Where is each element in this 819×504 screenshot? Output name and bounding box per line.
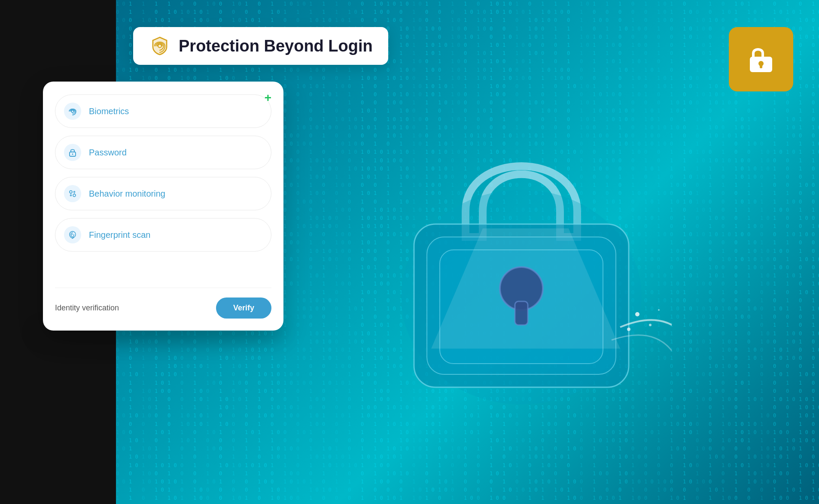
- verify-button[interactable]: Verify: [216, 298, 271, 319]
- shield-fingerprint-icon: [149, 35, 171, 57]
- biometrics-item[interactable]: Biometrics: [55, 94, 271, 128]
- svg-point-9: [627, 328, 630, 331]
- gold-unlock-button[interactable]: [729, 27, 793, 91]
- password-label: Password: [89, 148, 127, 158]
- fingerprint-icon: [64, 226, 81, 243]
- biometrics-icon: [64, 103, 81, 120]
- svg-point-19: [73, 194, 76, 197]
- biometrics-label: Biometrics: [89, 106, 129, 116]
- svg-rect-14: [760, 64, 762, 68]
- behavior-item[interactable]: Behavior monitoring: [55, 177, 271, 210]
- behavior-icon: [64, 185, 81, 202]
- password-icon: [64, 144, 81, 161]
- svg-point-8: [649, 324, 652, 326]
- unlock-icon: [744, 42, 778, 76]
- title-badge: Protection Beyond Login: [133, 27, 388, 65]
- svg-point-20: [74, 191, 75, 193]
- fingerprint-label: Fingerprint scan: [89, 230, 150, 240]
- password-item[interactable]: Password: [55, 136, 271, 169]
- identity-verification-label: Identity verification: [55, 304, 119, 313]
- svg-point-18: [70, 191, 72, 193]
- add-button[interactable]: +: [265, 91, 271, 105]
- padlock-graphic: [371, 91, 693, 413]
- title-text: Protection Beyond Login: [179, 37, 373, 55]
- behavior-label: Behavior monitoring: [89, 189, 165, 199]
- bottom-row: Identity verification Verify: [55, 288, 271, 319]
- svg-point-17: [72, 154, 73, 155]
- svg-point-7: [635, 312, 639, 316]
- fingerprint-item[interactable]: Fingerprint scan: [55, 218, 271, 252]
- security-options-card: + Biometrics Password: [43, 82, 283, 331]
- svg-point-21: [70, 195, 72, 196]
- svg-point-10: [658, 309, 660, 311]
